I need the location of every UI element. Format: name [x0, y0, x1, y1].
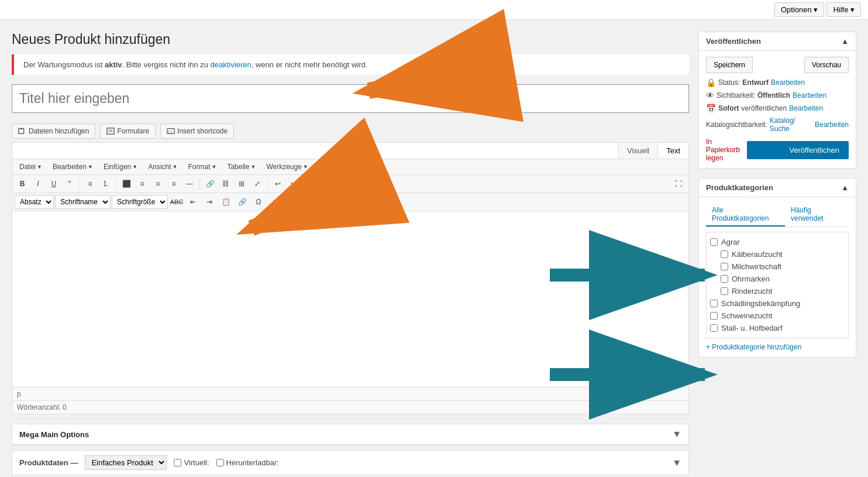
emoji-button[interactable]: ☺ — [284, 195, 299, 209]
visibility-icon: 👁 — [706, 91, 714, 100]
cat-checkbox-agrar[interactable] — [710, 238, 718, 246]
category-list[interactable]: Agrar Kälberaufzucht Milchwirtschaft — [706, 232, 849, 338]
virtual-label-text: Virtuell: — [184, 458, 209, 467]
tab-visual[interactable]: Visuell — [618, 143, 657, 159]
paragraph-select[interactable]: Absatz — [15, 195, 54, 209]
strikethrough-button[interactable]: ABC — [169, 195, 184, 209]
deactivate-link[interactable]: deaktivieren — [211, 60, 252, 69]
menu-einfuegen[interactable]: Einfügen▼ — [99, 160, 142, 173]
downloadable-checkbox[interactable] — [216, 459, 224, 466]
menu-ansicht[interactable]: Ansicht▼ — [143, 160, 182, 173]
indent-right-button[interactable]: ⇥ — [202, 195, 217, 209]
redo-button[interactable]: ↪ — [286, 177, 301, 191]
help-button[interactable]: Hilfe ▾ — [826, 2, 861, 17]
font-name-select[interactable]: Schriftname — [55, 195, 111, 209]
unordered-list-button[interactable]: ≡ — [82, 177, 98, 191]
sidebar: Veröffentlichen ▲ Speichern Vorschau 🔒 S… — [698, 32, 856, 475]
product-data-bar: Produktdaten — Einfaches Produkt Virtuel… — [12, 451, 688, 475]
publish-button[interactable]: Veröffentlichen — [747, 141, 849, 159]
save-draft-button[interactable]: Speichern — [706, 57, 753, 73]
catalog-edit-link[interactable]: Bearbeiten — [815, 121, 849, 129]
table-button[interactable]: ⊞ — [234, 177, 249, 191]
cat-checkbox-kaelber[interactable] — [721, 250, 728, 258]
cat-checkbox-stall[interactable] — [710, 324, 718, 332]
cat-label-schweine: Schweinezucht — [721, 311, 772, 320]
bold-button[interactable]: B — [15, 177, 30, 191]
add-files-button[interactable]: Dateien hinzufügen — [12, 123, 95, 139]
shortcode-button[interactable]: { } Insert shortcode — [160, 123, 234, 139]
indent-left-button[interactable]: ⇤ — [185, 195, 201, 209]
word-count-label: Wörteranzahl: — [17, 403, 61, 411]
special-char-button[interactable]: Ω — [251, 195, 266, 209]
options-button[interactable]: Optionen ▾ — [774, 2, 824, 17]
publish-time-edit-link[interactable]: Bearbeiten — [789, 104, 823, 112]
preview-button[interactable]: Vorschau — [804, 57, 849, 73]
visibility-edit-link[interactable]: Bearbeiten — [793, 91, 826, 99]
publish-action-row: Speichern Vorschau — [706, 57, 849, 73]
trash-link[interactable]: In Papierkorb legen — [706, 138, 747, 162]
menu-werkzeuge[interactable]: Werkzeuge▼ — [261, 160, 312, 173]
align-justify-button[interactable]: ≡ — [166, 177, 181, 191]
font-color-button[interactable]: A — [300, 195, 315, 209]
separator-4 — [267, 178, 268, 190]
ordered-list-button[interactable]: 1. — [98, 177, 113, 191]
horizontal-rule-button[interactable]: — — [182, 177, 197, 191]
unlink-button[interactable]: ⛓ — [218, 177, 233, 191]
tab-text[interactable]: Text — [657, 143, 688, 159]
list-item: Rinderzucht — [710, 285, 845, 297]
cat-checkbox-schaedling[interactable] — [710, 300, 718, 307]
fullscreen-toggle[interactable]: ⤢ — [250, 177, 265, 191]
editor-body[interactable] — [12, 211, 688, 387]
list-item: Milchwirtschaft — [710, 260, 845, 273]
downloadable-label-text: Herunterladbar: — [226, 458, 279, 467]
publish-collapse-icon[interactable]: ▲ — [841, 37, 849, 46]
list-item: Schweinezucht — [710, 310, 845, 322]
blockquote-button[interactable]: " — [62, 177, 77, 191]
clear-format-button[interactable]: 🔗 — [235, 195, 250, 209]
underline-button[interactable]: U — [46, 177, 61, 191]
cat-checkbox-ohr[interactable] — [721, 275, 728, 283]
mega-options-header[interactable]: Mega Main Options ▼ — [12, 424, 688, 445]
visibility-label: Sichtbarkeit: — [717, 91, 755, 99]
ansicht-caret: ▼ — [173, 164, 178, 170]
menu-format[interactable]: Format▼ — [183, 160, 221, 173]
editor-toolbar-top: Dateien hinzufügen Formulare { } Insert … — [12, 120, 689, 142]
format-toolbar-1: B I U " ≡ 1. ⬛ ≡ ≡ ≡ — 🔗 ⛓ ⊞ — [12, 175, 688, 193]
categories-header: Produktkategorien ▲ — [699, 179, 856, 197]
notice-text-before: Der Wartungsmodus ist — [23, 60, 105, 69]
separator-1 — [80, 178, 80, 190]
categories-collapse-icon[interactable]: ▲ — [841, 183, 849, 192]
forms-button[interactable]: Formulare — [100, 123, 156, 139]
link-button[interactable]: 🔗 — [202, 177, 218, 191]
menu-datei[interactable]: Datei▼ — [15, 160, 47, 173]
toolbar-toggle-button[interactable]: ☰ — [302, 177, 317, 191]
cat-checkbox-schweine[interactable] — [710, 312, 718, 320]
add-category-link[interactable]: + Produktkategorie hinzufügen — [706, 343, 849, 351]
publish-meta: 🔒 Status: Entwurf Bearbeiten 👁 Sichtbark… — [706, 78, 849, 133]
cat-checkbox-milch[interactable] — [721, 263, 728, 270]
publish-box-header: Veröffentlichen ▲ — [699, 32, 856, 51]
forms-label: Formulare — [117, 127, 149, 135]
tab-frequent-categories[interactable]: Häufig verwendet — [785, 203, 849, 227]
expand-button[interactable]: ⛶ — [671, 177, 686, 191]
product-type-select[interactable]: Einfaches Produkt — [85, 455, 167, 470]
undo-button[interactable]: ↩ — [270, 177, 285, 191]
align-left-button[interactable]: ⬛ — [119, 177, 134, 191]
align-center-button[interactable]: ≡ — [135, 177, 150, 191]
product-title-input[interactable] — [12, 85, 688, 112]
virtual-checkbox[interactable] — [174, 459, 181, 466]
status-icon: 🔒 — [706, 78, 716, 87]
paste-text-button[interactable]: 📋 — [218, 195, 233, 209]
align-right-button[interactable]: ≡ — [150, 177, 166, 191]
status-edit-link[interactable]: Bearbeiten — [771, 78, 805, 87]
catalog-value-link[interactable]: Katalog/ Suche — [770, 116, 812, 133]
font-size-select[interactable]: Schriftgröße — [112, 195, 168, 209]
menu-tabelle[interactable]: Tabelle▼ — [222, 160, 260, 173]
tab-all-categories[interactable]: Alle Produktkategorien — [706, 203, 785, 227]
menu-bearbeiten[interactable]: Bearbeiten▼ — [48, 160, 98, 173]
italic-button[interactable]: I — [30, 177, 46, 191]
list-item: Kälberaufzucht — [710, 248, 845, 260]
custom-chars-button[interactable]: ≡ — [267, 195, 283, 209]
cat-checkbox-rinder[interactable] — [721, 287, 728, 295]
cat-label-schaedling: Schädlingsbekämpfung — [721, 299, 800, 308]
